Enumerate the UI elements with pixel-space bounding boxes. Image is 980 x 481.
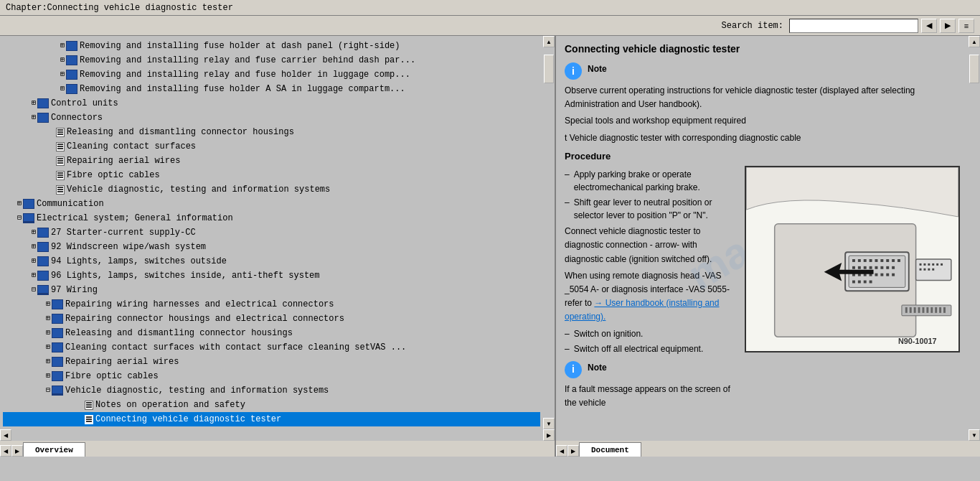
left-scrollbar[interactable]: ▲ ▼ — [543, 36, 555, 429]
title-bar: Chapter:Connecting vehicle diagnostic te… — [0, 0, 980, 16]
scroll-thumb[interactable] — [544, 55, 554, 83]
expand-icon[interactable]: ⊞ — [60, 83, 65, 95]
tree-item[interactable]: Vehicle diagnostic, testing and informat… — [3, 182, 540, 197]
scroll-right-bottom-button[interactable]: ▶ — [11, 445, 23, 457]
expand-icon[interactable]: ⊟ — [46, 384, 50, 397]
scroll-up-button[interactable]: ▲ — [543, 36, 555, 47]
tree-item[interactable]: Fibre optic cables — [3, 168, 540, 182]
book-icon — [37, 98, 49, 108]
expand-icon[interactable]: ⊟ — [32, 284, 36, 296]
expand-icon[interactable]: ⊞ — [46, 355, 50, 368]
svg-rect-43 — [928, 268, 930, 271]
scroll-right-button[interactable]: ▶ — [543, 429, 555, 441]
svg-rect-13 — [852, 266, 855, 269]
bottom-bar: ◀ ▶ Overview ◀ ▶ Document — [0, 441, 980, 457]
search-next-button[interactable]: ▶ — [940, 19, 956, 33]
tree-item-label: 97 Wiring — [51, 284, 98, 296]
right-scrollbar[interactable]: ▲ ▼ — [969, 36, 980, 441]
tab-overview[interactable]: Overview — [23, 442, 85, 457]
expand-icon[interactable]: ⊞ — [32, 255, 36, 268]
tree-item[interactable]: ⊞ Repairing aerial wires — [3, 355, 540, 369]
svg-rect-30 — [858, 281, 861, 284]
search-input[interactable] — [789, 19, 918, 33]
tree-item[interactable]: ⊞ Repairing wiring harnesses and electri… — [3, 297, 540, 312]
book-icon — [66, 41, 77, 51]
tree-item[interactable]: ⊞ Connectors — [3, 111, 540, 125]
scroll-down-button-right[interactable]: ▼ — [969, 429, 980, 441]
tree-scroll-area[interactable]: ⊞ Removing and installing fuse holder at… — [0, 36, 543, 429]
tree-item-label: 27 Starter-current supply-CC — [51, 226, 196, 239]
tree-item-label: Control units — [51, 97, 118, 110]
tree-item[interactable]: ⊞ Repairing connector housings and elect… — [3, 312, 540, 326]
book-icon — [66, 55, 77, 65]
diagram-box: N90-10017 — [745, 166, 960, 352]
tree-item[interactable]: Cleaning contact surfaces — [3, 139, 540, 154]
tree-item-selected[interactable]: Connecting vehicle diagnostic tester — [3, 412, 540, 426]
book-open-icon — [23, 213, 34, 223]
note-content: Note — [588, 62, 607, 75]
tree-item[interactable]: ⊟ Electrical system; General information — [3, 211, 540, 225]
book-open-icon — [37, 285, 49, 295]
tree-item[interactable]: ⊞ Removing and installing fuse holder A … — [3, 82, 540, 96]
tree-item[interactable]: ⊞ 96 Lights, lamps, switches inside, ant… — [3, 268, 540, 283]
tree-item[interactable]: ⊞ Cleaning contact surfaces with contact… — [3, 340, 540, 355]
expand-icon[interactable]: ⊞ — [32, 111, 36, 124]
tree-item[interactable]: Releasing and dismantling connector hous… — [3, 125, 540, 139]
step-2: – Shift gear lever to neutral position o… — [565, 196, 738, 222]
tree-item[interactable]: ⊞ Control units — [3, 96, 540, 111]
left-hscrollbar[interactable]: ◀ ▶ — [0, 429, 555, 441]
tree-item-label: Repairing wiring harnesses and electrica… — [65, 298, 334, 311]
expand-icon[interactable]: ⊞ — [46, 312, 50, 325]
tree-item[interactable]: ⊞ 92 Windscreen wipe/wash system — [3, 240, 540, 254]
tree-item[interactable]: ⊞ 94 Lights, lamps, switches outside — [3, 254, 540, 268]
tree-item[interactable]: ⊞ Removing and installing relay and fuse… — [3, 67, 540, 82]
tree-item[interactable]: ⊞ Communication — [3, 197, 540, 211]
scroll-down-button[interactable]: ▼ — [543, 418, 555, 429]
scroll-left-doc-button[interactable]: ◀ — [556, 445, 567, 457]
tree-item[interactable]: ⊞ Releasing and dismantling connector ho… — [3, 326, 540, 340]
book-icon — [52, 299, 63, 309]
tree-item-label: Communication — [37, 197, 104, 210]
expand-icon[interactable]: ⊟ — [17, 212, 22, 225]
expand-icon[interactable]: ⊞ — [46, 298, 50, 311]
user-handbook-link[interactable]: → User handbook (installing and operatin… — [565, 298, 719, 322]
expand-icon[interactable]: ⊞ — [32, 97, 36, 110]
expand-icon[interactable]: ⊞ — [46, 370, 50, 383]
expand-icon[interactable]: ⊞ — [60, 68, 65, 81]
tree-item[interactable]: ⊞ 27 Starter-current supply-CC — [3, 225, 540, 240]
scroll-left-bottom-button[interactable]: ◀ — [0, 445, 11, 457]
scroll-thumb-right[interactable] — [969, 55, 979, 83]
expand-icon[interactable]: ⊞ — [17, 197, 22, 210]
expand-icon[interactable]: ⊞ — [60, 39, 65, 52]
expand-icon[interactable]: ⊞ — [32, 226, 36, 239]
tree-item[interactable]: ⊞ Removing and installing relay and fuse… — [3, 53, 540, 67]
tree-item-label: Removing and installing fuse holder A SA… — [80, 83, 405, 95]
tree-item[interactable]: ⊞ Fibre optic cables — [3, 369, 540, 383]
search-prev-button[interactable]: ◀ — [921, 19, 937, 33]
dash: – — [565, 168, 570, 194]
svg-rect-32 — [870, 281, 872, 284]
svg-rect-41 — [920, 268, 922, 271]
expand-icon[interactable]: ⊞ — [32, 269, 36, 282]
svg-rect-11 — [892, 259, 895, 262]
scroll-up-button-right[interactable]: ▲ — [969, 36, 980, 47]
tab-document[interactable]: Document — [579, 442, 641, 457]
expand-icon[interactable]: ⊞ — [60, 54, 65, 67]
book-icon — [37, 271, 49, 281]
tree-item[interactable]: Repairing aerial wires — [3, 154, 540, 168]
tree-item[interactable]: Notes on operation and safety — [3, 398, 540, 412]
step-switch-on: – Switch on ignition. — [565, 327, 738, 340]
tree-item[interactable]: ⊞ Removing and installing fuse holder at… — [3, 39, 540, 53]
svg-rect-54 — [939, 307, 941, 313]
tree-item[interactable]: ⊟ Vehicle diagnostic, testing and inform… — [3, 383, 540, 398]
menu-button[interactable]: ≡ — [958, 19, 974, 33]
document-content: manuall Connecting vehicle diagnostic te… — [556, 36, 969, 441]
scroll-right-doc-button[interactable]: ▶ — [567, 445, 579, 457]
tree-item[interactable]: ⊟ 97 Wiring — [3, 283, 540, 297]
expand-icon[interactable]: ⊞ — [46, 327, 50, 340]
expand-icon[interactable]: ⊞ — [32, 240, 36, 253]
tree-item-label: Fibre optic cables — [65, 370, 159, 383]
svg-rect-8 — [875, 259, 878, 262]
scroll-left-button[interactable]: ◀ — [0, 429, 11, 441]
expand-icon[interactable]: ⊞ — [46, 341, 50, 354]
